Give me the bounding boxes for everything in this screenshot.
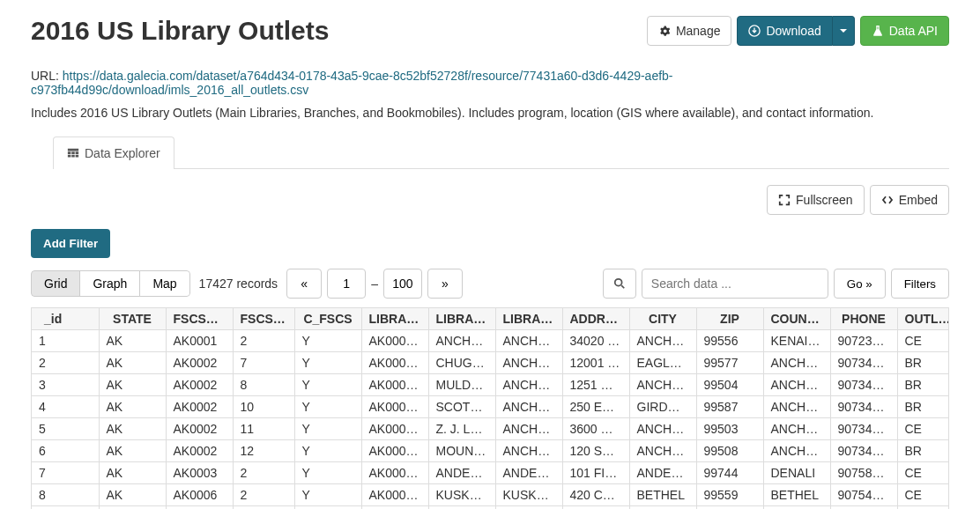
flask-icon (872, 25, 884, 37)
column-header[interactable]: LIBRAR… (361, 308, 428, 330)
table-cell: AK0003-… (361, 462, 428, 484)
table-cell: SCOTT … (428, 396, 495, 418)
table-cell: 9073432… (830, 440, 897, 462)
table-cell: 99587 (696, 396, 763, 418)
column-header[interactable]: STATE (99, 308, 166, 330)
download-button[interactable]: Download (737, 16, 832, 46)
table-cell: 8 (233, 374, 294, 396)
search-button[interactable] (603, 269, 636, 299)
table-row[interactable]: 7AKAK00032YAK0003-…ANDER…ANDER…101 FIR…A… (32, 462, 949, 484)
table-cell: CE (897, 330, 949, 352)
column-header[interactable]: LIBRAR… (495, 308, 562, 330)
table-row[interactable]: 9AKAK00072YAK0007-…BIG LAK…BIG LAK…3140 … (32, 506, 949, 510)
table-cell: 9073434… (830, 374, 897, 396)
column-header[interactable]: _id (32, 308, 99, 330)
search-input[interactable] (642, 269, 828, 299)
table-cell: ANCHO… (495, 396, 562, 418)
page-from-input[interactable] (327, 269, 366, 299)
column-header[interactable]: OUTLET… (897, 308, 949, 330)
column-header[interactable]: C_FSCS (294, 308, 361, 330)
column-header[interactable]: FSCS_ID (166, 308, 233, 330)
table-cell: ANCHO… (763, 396, 830, 418)
table-cell: 3600 DE… (562, 418, 629, 440)
table-cell: AK0006 (166, 484, 233, 506)
table-cell: 99744 (696, 462, 763, 484)
table-cell: ANCHO… (763, 440, 830, 462)
table-cell: 99559 (696, 484, 763, 506)
table-cell: AK (99, 330, 166, 352)
download-dropdown[interactable] (833, 16, 855, 46)
table-cell: 9075822… (830, 462, 897, 484)
column-header[interactable]: LIBRAR… (428, 308, 495, 330)
table-cell: 9078617… (830, 506, 897, 510)
column-header[interactable]: PHONE (830, 308, 897, 330)
wrench-icon (658, 25, 671, 37)
table-cell: BETHEL (629, 484, 696, 506)
table-row[interactable]: 4AKAK000210YAK0002-…SCOTT …ANCHO…250 EGL… (32, 396, 949, 418)
next-page-button[interactable]: » (427, 269, 463, 299)
manage-button[interactable]: Manage (647, 16, 732, 46)
table-cell: ANCHO… (495, 418, 562, 440)
embed-icon (881, 194, 894, 206)
table-cell: Y (294, 330, 361, 352)
page-to-input[interactable] (383, 269, 422, 299)
go-button[interactable]: Go » (834, 269, 886, 299)
grid-view-button[interactable]: Grid (31, 270, 80, 297)
table-row[interactable]: 2AKAK00027YAK0002-…CHUGIA…ANCHO…12001 B…… (32, 352, 949, 374)
table-cell: 420 CHI… (562, 484, 629, 506)
table-cell: 2 (233, 484, 294, 506)
data-table: _idSTATEFSCS_IDFSCS_I…C_FSCSLIBRAR…LIBRA… (32, 308, 949, 509)
column-header[interactable]: COUNTY (763, 308, 830, 330)
table-row[interactable]: 3AKAK00028YAK0002-…MULDO…ANCHO…1251 MU…A… (32, 374, 949, 396)
table-cell: Z. J. LO… (428, 418, 495, 440)
table-cell: 7 (233, 352, 294, 374)
table-cell: AK0006-… (361, 484, 428, 506)
table-cell: CHUGIA… (428, 352, 495, 374)
page-range-dash: – (371, 277, 378, 291)
column-header[interactable]: ZIP (696, 308, 763, 330)
fullscreen-label: Fullscreen (796, 191, 853, 209)
table-cell: AK0002-… (361, 374, 428, 396)
table-cell: ANCHO… (428, 330, 495, 352)
table-cell: AK0002 (166, 418, 233, 440)
table-cell: 4 (32, 396, 99, 418)
table-cell: 9073431… (830, 352, 897, 374)
table-cell: ANCHO… (629, 374, 696, 396)
table-cell: MATANU… (763, 506, 830, 510)
column-header[interactable]: FSCS_I… (233, 308, 294, 330)
resource-url-link[interactable]: https://data.galecia.com/dataset/a764d43… (31, 69, 673, 97)
embed-label: Embed (899, 191, 938, 209)
tab-data-explorer[interactable]: Data Explorer (53, 136, 174, 169)
table-cell: GIRDW… (629, 396, 696, 418)
graph-view-button[interactable]: Graph (79, 270, 140, 297)
table-cell: BR (897, 440, 949, 462)
table-cell: AK0001-… (361, 330, 428, 352)
table-row[interactable]: 1AKAK00012YAK0001-…ANCHO…ANCHO…34020 N…A… (32, 330, 949, 352)
table-row[interactable]: 5AKAK000211YAK0002-…Z. J. LO…ANCHO…3600 … (32, 418, 949, 440)
column-header[interactable]: CITY (629, 308, 696, 330)
add-filter-button[interactable]: Add Filter (31, 229, 110, 258)
table-cell: AK (99, 418, 166, 440)
table-cell: BR (897, 374, 949, 396)
table-cell: AK0003 (166, 462, 233, 484)
table-cell: AK0002-… (361, 352, 428, 374)
table-cell: AK (99, 506, 166, 510)
table-row[interactable]: 8AKAK00062YAK0006-…KUSKO…KUSKO…420 CHI…B… (32, 484, 949, 506)
filters-button[interactable]: Filters (891, 269, 949, 299)
table-row[interactable]: 6AKAK000212YAK0002-…MOUNT…ANCHO…120 SO…A… (32, 440, 949, 462)
table-cell: CE (897, 506, 949, 510)
column-header[interactable]: ADDRESS (562, 308, 629, 330)
map-view-button[interactable]: Map (139, 270, 189, 297)
table-cell: 2 (233, 506, 294, 510)
table-cell: BR (897, 396, 949, 418)
table-cell: 1251 MU… (562, 374, 629, 396)
data-api-button[interactable]: Data API (860, 16, 949, 46)
url-label: URL: (31, 69, 59, 83)
embed-button[interactable]: Embed (870, 185, 949, 215)
table-cell: 99504 (696, 374, 763, 396)
table-cell: ANCHO… (495, 352, 562, 374)
table-cell: AK (99, 462, 166, 484)
prev-page-button[interactable]: « (286, 269, 322, 299)
table-cell: 9073432… (830, 418, 897, 440)
fullscreen-button[interactable]: Fullscreen (767, 185, 865, 215)
